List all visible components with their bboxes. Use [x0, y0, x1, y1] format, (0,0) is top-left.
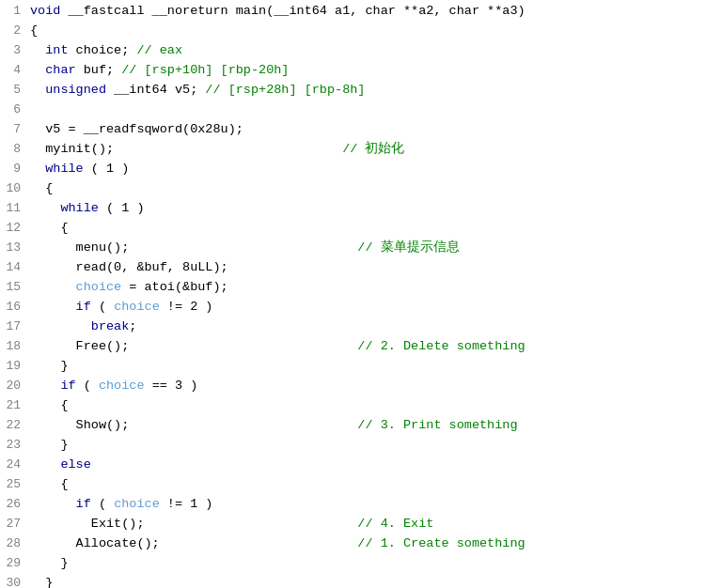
code-token: == 3 ) — [145, 379, 198, 393]
line-number: 5 — [0, 81, 26, 100]
code-line: 13 menu(); // 菜单提示信息 — [0, 239, 706, 258]
line-number: 7 — [0, 120, 26, 139]
code-token: { — [30, 23, 38, 38]
code-line: 30 } — [0, 574, 706, 588]
line-number: 19 — [0, 357, 26, 376]
code-token: ; — [129, 319, 136, 333]
code-token: != 1 ) — [160, 497, 213, 511]
code-token: Free(); — [30, 339, 129, 353]
line-content: Show(); // 3. Print something — [26, 416, 706, 436]
line-content: while ( 1 ) — [26, 160, 706, 179]
line-content: int choice; // eax — [26, 41, 706, 61]
code-token: // 菜单提示信息 — [129, 240, 459, 255]
code-token: } — [30, 438, 69, 452]
line-number: 10 — [0, 179, 26, 198]
code-token: char — [45, 63, 75, 77]
line-content: } — [26, 436, 706, 456]
line-content: if ( choice != 2 ) — [26, 298, 706, 317]
line-content: break; — [26, 317, 706, 337]
code-line: 1void __fastcall __noreturn main(__int64… — [0, 2, 706, 22]
code-token: { — [30, 477, 69, 491]
code-line: 11 while ( 1 ) — [0, 199, 706, 219]
code-line: 17 break; — [0, 317, 706, 337]
code-line: 3 int choice; // eax — [0, 41, 706, 61]
code-token — [30, 379, 60, 393]
line-content: char buf; // [rsp+10h] [rbp-20h] — [26, 61, 706, 81]
line-content: while ( 1 ) — [26, 199, 706, 219]
line-number: 11 — [0, 199, 26, 218]
code-token — [30, 43, 45, 57]
line-number: 30 — [0, 574, 26, 588]
line-content: void __fastcall __noreturn main(__int64 … — [26, 2, 706, 22]
line-content: unsigned __int64 v5; // [rsp+28h] [rbp-8… — [26, 81, 706, 101]
line-number: 18 — [0, 337, 26, 356]
line-number: 9 — [0, 160, 26, 178]
line-content: v5 = __readfsqword(0x28u); — [26, 120, 706, 140]
code-token: while — [60, 201, 99, 215]
code-token: main — [236, 4, 266, 18]
code-token: __fastcall __noreturn — [60, 4, 235, 18]
line-content: { — [26, 219, 706, 239]
code-token: { — [30, 181, 53, 195]
line-content: myinit(); // 初始化 — [26, 140, 706, 160]
code-token: // 3. Print something — [129, 418, 517, 432]
line-number: 26 — [0, 495, 26, 514]
line-content: } — [26, 357, 706, 377]
line-content: } — [26, 574, 706, 588]
code-token: choice — [114, 300, 160, 314]
code-token: while — [45, 162, 84, 176]
line-number: 24 — [0, 456, 26, 474]
code-line: 20 if ( choice == 3 ) — [0, 377, 706, 396]
line-number: 23 — [0, 436, 26, 455]
code-token: ( — [91, 300, 114, 314]
code-token — [30, 280, 76, 294]
code-line: 4 char buf; // [rsp+10h] [rbp-20h] — [0, 61, 706, 81]
line-number: 4 — [0, 61, 26, 80]
line-number: 25 — [0, 475, 26, 494]
code-token: // 2. Delete something — [129, 339, 525, 353]
code-token: // 初始化 — [114, 142, 404, 156]
code-token: Exit(); — [30, 517, 145, 531]
line-content: else — [26, 456, 706, 475]
line-content: if ( choice != 1 ) — [26, 495, 706, 515]
code-token — [30, 201, 60, 215]
line-content: Exit(); // 4. Exit — [26, 515, 706, 534]
code-token: } — [30, 359, 69, 373]
code-line: 26 if ( choice != 1 ) — [0, 495, 706, 515]
code-line: 7 v5 = __readfsqword(0x28u); — [0, 120, 706, 140]
code-token — [30, 300, 76, 314]
line-number: 22 — [0, 416, 26, 435]
line-content: } — [26, 554, 706, 574]
code-line: 14 read(0, &buf, 8uLL); — [0, 258, 706, 278]
code-token: read(0, &buf, 8uLL); — [30, 260, 228, 274]
code-token: { — [30, 221, 69, 235]
line-number: 1 — [0, 2, 26, 21]
code-token: myinit(); — [30, 142, 114, 156]
code-token: } — [30, 556, 69, 570]
line-number: 21 — [0, 396, 26, 415]
code-token — [30, 162, 45, 176]
code-token: // [rsp+10h] [rbp-20h] — [121, 63, 289, 77]
line-content: Allocate(); // 1. Create something — [26, 534, 706, 554]
line-number: 27 — [0, 515, 26, 534]
code-line: 6 — [0, 101, 706, 120]
line-content: { — [26, 475, 706, 495]
line-number: 29 — [0, 554, 26, 573]
code-line: 9 while ( 1 ) — [0, 160, 706, 179]
code-line: 19 } — [0, 357, 706, 377]
code-token: ( 1 ) — [99, 201, 145, 215]
line-number: 17 — [0, 317, 26, 336]
line-content: if ( choice == 3 ) — [26, 377, 706, 396]
code-line: 29 } — [0, 554, 706, 574]
code-token — [30, 83, 45, 97]
code-token: = atoi(&buf); — [121, 280, 227, 294]
code-token: // 1. Create something — [160, 536, 526, 550]
code-token: if — [76, 497, 91, 511]
code-token: break — [91, 319, 130, 333]
line-number: 15 — [0, 278, 26, 297]
line-content: { — [26, 396, 706, 416]
code-token: choice; — [69, 43, 137, 57]
code-token: Show(); — [30, 418, 129, 432]
code-line: 8 myinit(); // 初始化 — [0, 140, 706, 160]
code-token: Allocate(); — [30, 536, 160, 550]
